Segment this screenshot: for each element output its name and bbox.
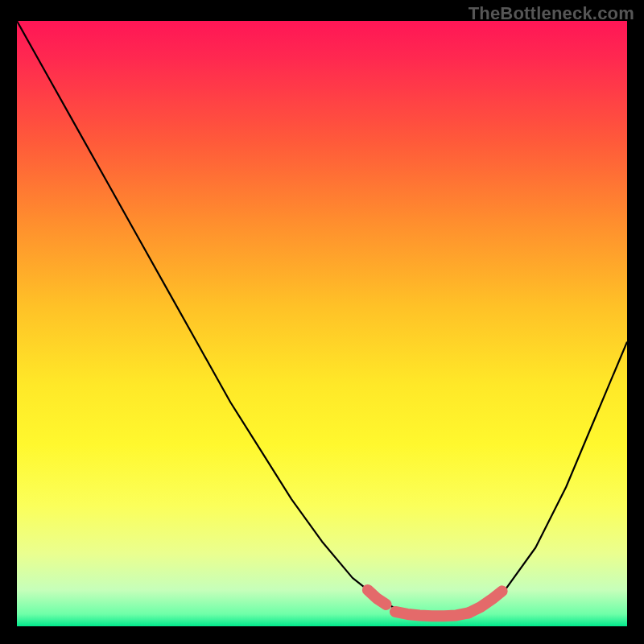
series-optimal-segment-right bbox=[469, 591, 502, 613]
attribution-text: TheBottleneck.com bbox=[469, 3, 634, 24]
chart-stage: TheBottleneck.com bbox=[0, 0, 644, 644]
series-optimal-segment-left bbox=[368, 590, 386, 605]
series-group bbox=[17, 21, 627, 617]
series-bottleneck-curve bbox=[17, 21, 627, 617]
series-optimal-segment-bottom bbox=[395, 612, 469, 616]
gradient-plot-area bbox=[17, 21, 627, 626]
curve-layer bbox=[17, 21, 627, 626]
